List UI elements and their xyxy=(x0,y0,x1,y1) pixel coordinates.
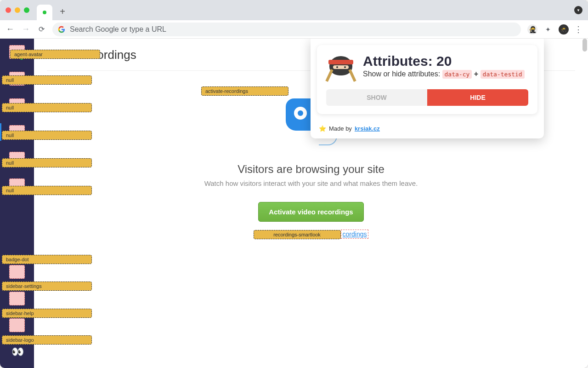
window-controls xyxy=(6,7,29,13)
attr-chip: data-testid xyxy=(481,70,525,79)
extension-popup: Attributes: 20 Show or hide attributes: … xyxy=(311,39,544,138)
new-tab-button[interactable]: + xyxy=(56,5,69,18)
url-placeholder: Search Google or type a URL xyxy=(70,25,166,34)
annotation-tag: agent-avatar xyxy=(10,50,100,59)
maximize-window-icon[interactable] xyxy=(24,7,29,13)
annotation-tag: sidebar-logo xyxy=(2,335,92,345)
annotation-tag: sidebar-help xyxy=(2,309,92,318)
annotation-tag: sidebar-settings xyxy=(2,282,92,291)
annotation-tag: null xyxy=(2,131,92,140)
help-icon xyxy=(9,318,25,332)
browser-menu-button[interactable]: ⋮ xyxy=(574,25,582,34)
tab-favicon-icon xyxy=(43,11,46,14)
back-button[interactable]: ← xyxy=(6,24,15,34)
badge-icon xyxy=(9,265,25,279)
extension-subtitle: Show or hide attributes: data-cy + data-… xyxy=(363,70,528,78)
browser-toolbar: ← → ⟳ Search Google or type a URL 🥷 ✦ 🥷 … xyxy=(0,20,588,39)
activate-recordings-button[interactable]: Activate video recordings xyxy=(258,202,363,222)
annotation-tag: null xyxy=(2,158,92,167)
minimize-window-icon[interactable] xyxy=(15,7,20,13)
recordings-link[interactable]: cordings xyxy=(341,230,369,239)
app-sidebar: 👀 xyxy=(0,39,34,368)
browser-tab-bar: + xyxy=(0,0,588,20)
annotation-tag: badge-dot xyxy=(2,255,92,264)
visibility-toggle: SHOW HIDE xyxy=(326,89,528,106)
close-window-icon[interactable] xyxy=(6,7,11,13)
ninja-extension-icon[interactable]: 🥷 xyxy=(527,24,537,34)
attr-chip: data-cy xyxy=(442,70,472,79)
extension-title: Attributes: 20 xyxy=(363,53,528,69)
hero-subtitle: Watch how visitors interact with your si… xyxy=(150,179,472,187)
star-icon: ⭐ xyxy=(319,125,326,132)
hide-button[interactable]: HIDE xyxy=(427,89,528,106)
annotation-tag: recordings-smartlook xyxy=(254,230,341,239)
annotation-tag: null xyxy=(2,75,92,85)
forward-button: → xyxy=(21,24,30,34)
gear-icon xyxy=(9,292,25,305)
annotation-tag: null xyxy=(2,103,92,112)
search-engine-icon xyxy=(58,26,65,33)
reload-button[interactable]: ⟳ xyxy=(37,25,46,34)
page-content: 👀 agent-avatar null null null null null … xyxy=(0,39,588,368)
hero-title: Visitors are browsing your site xyxy=(150,163,472,176)
show-button[interactable]: SHOW xyxy=(326,89,427,106)
tab-overflow-icon[interactable] xyxy=(574,6,582,14)
extensions-button-icon[interactable]: ✦ xyxy=(543,24,553,34)
ninja-logo-icon xyxy=(326,53,356,83)
address-bar[interactable]: Search Google or type a URL xyxy=(52,23,521,36)
scrollbar-thumb[interactable] xyxy=(582,39,587,52)
annotation-tag: activate-recordings xyxy=(201,86,288,96)
extension-icons: 🥷 ✦ 🥷 ⋮ xyxy=(527,24,582,34)
extension-footer: ⭐ Made by krsiak.cz xyxy=(311,121,544,138)
annotation-tag: null xyxy=(2,186,92,195)
logo-icon: 👀 xyxy=(11,346,23,358)
author-link[interactable]: krsiak.cz xyxy=(355,125,380,132)
browser-tab[interactable] xyxy=(37,5,52,20)
profile-avatar-icon[interactable]: 🥷 xyxy=(559,24,569,34)
